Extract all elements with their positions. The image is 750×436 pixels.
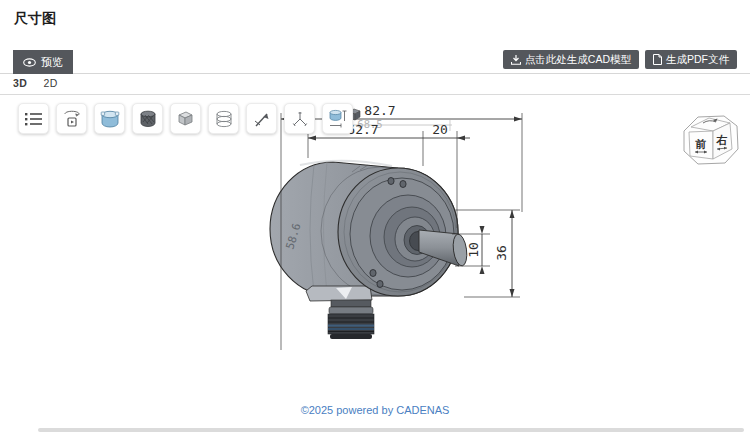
- page-title: 尺寸图: [14, 10, 56, 28]
- axes-button[interactable]: [284, 103, 315, 134]
- wireframe-cylinder-icon: [215, 110, 233, 128]
- drawing-canvas[interactable]: 58.6: [0, 95, 750, 436]
- pdf-file-icon: [653, 54, 662, 65]
- list-button[interactable]: [18, 103, 49, 134]
- cadenas-credit-link[interactable]: ©2025 powered by CADENAS: [301, 404, 450, 416]
- dim-flange-length: 20: [432, 122, 448, 137]
- dimension-cylinder-icon: [327, 108, 349, 130]
- turntable-rotate-icon: [62, 109, 82, 129]
- tab-preview[interactable]: 预览: [13, 50, 73, 74]
- textured-sphere-icon: [139, 110, 157, 128]
- horizontal-scrollbar[interactable]: [38, 428, 744, 432]
- wireframe-view-button[interactable]: [208, 103, 239, 134]
- shaded-cylinder-icon: [100, 110, 120, 128]
- view-toolbar: [18, 103, 353, 134]
- download-icon: [511, 55, 521, 65]
- view-cube[interactable]: 前 右: [676, 107, 744, 171]
- generate-pdf-button[interactable]: 生成PDF文件: [645, 50, 737, 69]
- footer: ©2025 powered by CADENAS: [0, 400, 750, 418]
- generate-cad-label: 点击此处生成CAD模型: [525, 53, 631, 67]
- measure-button[interactable]: [246, 103, 277, 134]
- generate-cad-button[interactable]: 点击此处生成CAD模型: [503, 50, 639, 69]
- dim-shaft-diameter: 10: [466, 242, 481, 258]
- encoder-model: 58.6: [270, 161, 469, 339]
- eye-icon: [23, 58, 36, 67]
- solid-view-button[interactable]: [170, 103, 201, 134]
- shaded-view-button[interactable]: [94, 103, 125, 134]
- topbar-actions: 点击此处生成CAD模型 生成PDF文件: [503, 50, 737, 69]
- dim-total-length: 82.7: [364, 103, 395, 118]
- viewcube-right-label[interactable]: 右: [716, 134, 728, 146]
- solid-cube-icon: [176, 109, 195, 128]
- measure-icon: [253, 110, 271, 128]
- generate-pdf-label: 生成PDF文件: [666, 53, 729, 67]
- dim-mount-height: 36: [494, 245, 509, 261]
- dimensions-view-button[interactable]: [322, 103, 353, 134]
- viewcube-front-label[interactable]: 前: [695, 138, 707, 150]
- textured-view-button[interactable]: [132, 103, 163, 134]
- dimension-viewer-page: 尺寸图 预览 点击此处生成CAD模型 生成PDF文件 3D: [0, 0, 750, 436]
- list-icon: [25, 111, 43, 127]
- turntable-rotate-button[interactable]: [56, 103, 87, 134]
- axes-icon: [291, 110, 309, 128]
- preview-tab-label: 预览: [41, 55, 63, 70]
